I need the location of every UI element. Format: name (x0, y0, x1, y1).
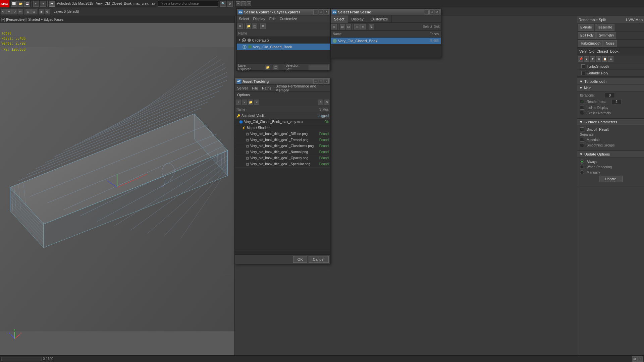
sfs-select-all-icon[interactable]: ⊞ (340, 24, 345, 29)
extrude-button[interactable]: Extrude (578, 24, 594, 31)
tab-select[interactable]: Select (331, 15, 348, 23)
tessellate-button[interactable]: Tessellate (595, 24, 614, 31)
sfs-filter-icon[interactable]: ▽ (354, 24, 360, 29)
at-settings-icon[interactable]: ⚙ (324, 100, 329, 105)
new-button[interactable]: ⬜ (11, 1, 17, 7)
layer-default[interactable]: ▼ 0 (default) (237, 37, 330, 44)
mod-editpoly-enable[interactable] (581, 71, 585, 75)
smoothing-groups-checkbox[interactable] (580, 143, 584, 147)
at-row-fresnel[interactable]: 🖼 Very_old_book_title_geo1_Fresnel.png F… (235, 137, 330, 143)
at-export-icon[interactable]: ↗ (254, 100, 259, 105)
when-rendering-radio[interactable] (580, 165, 584, 169)
sfs-close-icon[interactable]: ✕ (331, 24, 337, 29)
menu-select[interactable]: Select (238, 17, 250, 21)
always-radio[interactable] (580, 160, 584, 164)
at-menu-bitmap[interactable]: Bitmap Performance and Memory (275, 84, 329, 92)
panel-close-button[interactable]: ✕ (324, 10, 329, 14)
layer-book[interactable]: Very_Old_Closed_Book (237, 44, 330, 50)
viewport-3d[interactable]: Total Polys: 5,486 Verts: 2,792 FPS: 190… (0, 23, 234, 355)
open-button[interactable]: 📂 (17, 1, 23, 7)
selection-set-dropdown[interactable] (309, 65, 329, 70)
noise-button[interactable]: Noise (603, 40, 617, 47)
sfs-titlebar[interactable]: SS Select From Scene ─ □ ✕ (331, 9, 441, 15)
smooth-result-checkbox[interactable]: ✓ (580, 127, 584, 131)
close-button[interactable]: ✕ (247, 1, 251, 6)
iterations-value[interactable]: 0 (605, 93, 615, 98)
se-close-icon[interactable]: ✕ (237, 23, 243, 29)
at-ok-button[interactable]: OK (293, 256, 307, 263)
status-icon-2[interactable]: ⊟ (637, 356, 643, 362)
mod-stack-turbosmooth[interactable]: TurboSmooth (577, 63, 644, 70)
update-options-header[interactable]: ▼ Update Options (577, 151, 644, 158)
at-minimize-button[interactable]: ─ (313, 79, 318, 84)
render-iters-checkbox[interactable]: ✓ (580, 100, 584, 104)
at-question-icon[interactable]: ? (318, 100, 323, 105)
snap-icon[interactable]: ⊞ (25, 9, 31, 14)
mod-turbosmooth-enable[interactable] (581, 64, 585, 68)
at-maximize-button[interactable]: □ (319, 79, 323, 84)
at-menu-file[interactable]: File (251, 86, 259, 90)
mod-move-down-icon[interactable]: ▼ (590, 56, 595, 62)
menu-edit[interactable]: Edit (269, 17, 276, 21)
sfs-deselect-icon[interactable]: ⊟ (346, 24, 351, 29)
at-folder-icon[interactable]: 📁 (248, 100, 253, 105)
panel-maximize-button[interactable]: □ (319, 10, 323, 14)
move-icon[interactable]: ✛ (6, 9, 12, 14)
redo-button[interactable]: ↪ (40, 1, 46, 7)
at-row-opacity[interactable]: 🖼 Very_old_book_title_geo1_Opacity.png F… (235, 155, 330, 161)
turbosmooth-button[interactable]: TurboSmooth (578, 40, 603, 47)
footer-folder-icon[interactable]: 📁 (265, 65, 270, 70)
at-row-specular[interactable]: 🖼 Very_old_book_title_geo1_Specular.png … (235, 161, 330, 167)
at-remove-icon[interactable]: - (242, 100, 247, 105)
minimize-button[interactable]: ─ (236, 1, 240, 6)
undo-button[interactable]: ↩ (33, 1, 39, 7)
edit-poly-button[interactable]: Edit Poly (578, 32, 596, 39)
sfs-list-icon[interactable]: ≡ (360, 24, 366, 29)
at-row-glossiness[interactable]: 🖼 Very_old_book_title_geo1_Glossiness.pn… (235, 143, 330, 149)
at-menu-server[interactable]: Server (236, 86, 249, 90)
isoline-checkbox[interactable] (580, 106, 584, 110)
main-viewport[interactable]: [+] [Perspective] | Shaded + Edged Faces (0, 16, 235, 355)
render-icon[interactable]: ▶ (39, 9, 44, 14)
update-button[interactable]: Update (599, 176, 623, 182)
menu-customize[interactable]: Customize (279, 17, 298, 21)
tab-display[interactable]: Display (348, 15, 367, 23)
search-input[interactable] (158, 1, 218, 7)
at-scrollbar[interactable] (235, 251, 330, 254)
tab-customize[interactable]: Customize (367, 15, 392, 23)
surface-params-header[interactable]: ▼ Surface Parameters (577, 119, 644, 125)
footer-layer-icon[interactable]: ◫ (273, 65, 278, 70)
scene-explorer-titlebar[interactable]: SE Scene Explorer - Layer Explorer ─ □ ✕ (237, 9, 330, 15)
render-settings-icon[interactable]: ⚙ (45, 9, 50, 14)
at-row-vault[interactable]: 🔑 Autodesk Vault Logged (235, 113, 330, 119)
mod-delete-icon[interactable]: 🗑 (596, 56, 601, 62)
sfs-minimize-button[interactable]: ─ (424, 10, 429, 14)
explicit-checkbox[interactable] (580, 111, 584, 115)
at-row-file[interactable]: 🔵 Very_Old_Closed_Book_max_vray.max Ok (235, 119, 330, 125)
at-row-diffuse[interactable]: 🖼 Very_old_book_title_geo1_Diffuse.png F… (235, 131, 330, 137)
at-cancel-button[interactable]: Cancel (309, 256, 329, 263)
rotate-icon[interactable]: ↺ (12, 9, 17, 14)
scale-icon[interactable]: ⇔ (18, 9, 23, 14)
sfs-close-button[interactable]: ✕ (435, 10, 439, 14)
at-menu-options[interactable]: Options (236, 93, 251, 97)
render-iters-value[interactable]: 2 (611, 99, 622, 104)
sfs-maximize-button[interactable]: □ (429, 10, 434, 14)
materials-checkbox[interactable] (580, 138, 584, 142)
menu-display[interactable]: Display (253, 17, 266, 21)
panel-minimize-button[interactable]: ─ (313, 10, 318, 14)
at-row-maps[interactable]: ⚡ Maps / Shaders (235, 125, 330, 131)
at-menu-paths[interactable]: Paths (261, 86, 272, 90)
mod-move-up-icon[interactable]: ▲ (584, 56, 589, 62)
at-row-normal[interactable]: 🖼 Very_old_book_title_geo1_Normal.png Fo… (235, 149, 330, 155)
select-icon[interactable]: ↖ (1, 9, 6, 14)
mod-pin-icon[interactable]: 📌 (578, 56, 583, 62)
mod-make-unique-icon[interactable]: ◈ (608, 56, 613, 62)
ts-main-header[interactable]: ▼ Main (577, 85, 644, 92)
at-add-icon[interactable]: + (236, 100, 241, 105)
settings-icon[interactable]: ⚙ (227, 1, 233, 7)
sfs-item-book[interactable]: Very_Old_Closed_Book 5,486 (331, 38, 441, 44)
maximize-button[interactable]: □ (241, 1, 246, 6)
mod-paste-icon[interactable]: 📋 (602, 56, 607, 62)
sfs-sort-icon[interactable]: ⇅ (369, 24, 374, 29)
